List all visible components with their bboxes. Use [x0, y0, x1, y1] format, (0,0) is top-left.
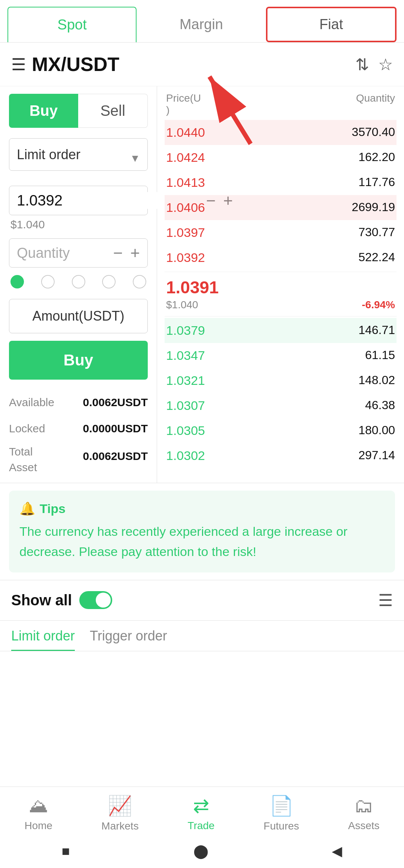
total-row: TotalAsset 0.0062USDT [9, 444, 148, 475]
qty-decrease-btn[interactable]: − [113, 245, 123, 261]
order-type-wrapper: Limit order [9, 138, 148, 178]
sell-price-4: 1.0397 [166, 225, 205, 240]
header: ☰ MX/USDT ⇅ ☆ [0, 43, 404, 86]
sell-order-1[interactable]: 1.0424 162.20 [165, 145, 397, 170]
mid-price-sub: $1.040 -6.94% [166, 299, 395, 311]
ob-qty-col: Quantity [356, 92, 395, 116]
price-hint: $1.040 [9, 218, 148, 231]
buy-qty-5: 297.14 [358, 448, 395, 463]
tab-margin[interactable]: Margin [137, 7, 266, 42]
sell-order-0[interactable]: 1.0440 3570.40 [165, 120, 397, 145]
buy-tab[interactable]: Buy [9, 94, 78, 128]
buy-qty-2: 148.02 [358, 373, 395, 388]
order-tabs: Limit order Trigger order [0, 621, 404, 651]
tips-text: The currency has recently experienced a … [19, 521, 385, 562]
sell-order-4[interactable]: 1.0397 730.77 [165, 220, 397, 245]
android-back-btn[interactable]: ◀ [332, 843, 342, 859]
buy-price-5: 1.0302 [166, 448, 205, 463]
available-label: Available [9, 390, 54, 415]
filter-icon[interactable]: ☰ [378, 591, 393, 610]
top-tabs: Spot Margin Fiat [0, 0, 404, 43]
mid-price-value: 1.0391 [166, 277, 395, 297]
show-all-section: Show all ☰ [0, 580, 404, 621]
quantity-placeholder: Quantity [17, 245, 113, 261]
pct-100[interactable] [133, 275, 146, 288]
buy-qty-0: 146.71 [358, 323, 395, 338]
percentage-dots [9, 275, 148, 288]
amount-usdt-btn[interactable]: Amount(USDT) [9, 299, 148, 333]
nav-assets[interactable]: 🗂 Assets [348, 794, 379, 832]
mid-price-section: 1.0391 $1.040 -6.94% [165, 272, 397, 316]
sell-qty-4: 730.77 [358, 225, 395, 240]
sell-price-3: 1.0406 [166, 200, 205, 215]
tips-title: 🔔 Tips [19, 501, 385, 516]
ob-price-col: Price(U) [166, 92, 201, 116]
tab-fiat[interactable]: Fiat [266, 7, 397, 42]
ob-header: Price(U) Quantity [165, 92, 397, 116]
balance-info: Available 0.0062USDT Locked 0.0000USDT T… [9, 390, 148, 475]
buy-price-4: 1.0305 [166, 423, 205, 438]
bell-icon: 🔔 [19, 501, 35, 516]
available-row: Available 0.0062USDT [9, 390, 148, 415]
nav-trade-label: Trade [188, 820, 215, 832]
sell-tab[interactable]: Sell [78, 94, 148, 128]
available-value: 0.0062USDT [83, 390, 148, 415]
nav-items: ⛰ Home 📈 Markets ⇄ Trade 📄 Futures 🗂 Ass… [0, 787, 404, 836]
tab-spot[interactable]: Spot [7, 7, 137, 42]
buy-submit-btn[interactable]: Buy [9, 341, 148, 380]
buy-order-2[interactable]: 1.0321 148.02 [165, 368, 397, 393]
sell-qty-0: 3570.40 [352, 125, 395, 140]
nav-futures-label: Futures [264, 820, 299, 832]
sell-qty-1: 162.20 [358, 150, 395, 165]
pct-50[interactable] [72, 275, 85, 288]
show-all-toggle[interactable] [79, 591, 112, 609]
buy-order-4[interactable]: 1.0305 180.00 [165, 418, 397, 443]
buy-order-1[interactable]: 1.0347 61.15 [165, 343, 397, 368]
left-panel: Buy Sell Limit order − + $1.040 Quant [0, 86, 157, 483]
pct-25[interactable] [41, 275, 55, 288]
futures-icon: 📄 [269, 794, 294, 817]
watchlist-icon[interactable]: ☆ [378, 55, 393, 74]
trading-pair[interactable]: MX/USDT [32, 53, 119, 75]
pct-75[interactable] [102, 275, 116, 288]
menu-icon[interactable]: ☰ [11, 55, 26, 74]
nav-trade[interactable]: ⇄ Trade [188, 794, 215, 832]
buy-sell-tabs: Buy Sell [9, 94, 148, 128]
total-label: TotalAsset [9, 444, 37, 475]
nav-home[interactable]: ⛰ Home [24, 794, 52, 832]
buy-qty-4: 180.00 [358, 423, 395, 438]
sell-price-5: 1.0392 [166, 250, 205, 265]
sell-qty-2: 117.76 [358, 175, 395, 190]
limit-order-tab[interactable]: Limit order [11, 628, 75, 651]
mid-price-usd: $1.040 [166, 299, 198, 311]
buy-qty-3: 46.38 [365, 398, 395, 413]
sell-order-5[interactable]: 1.0392 522.24 [165, 245, 397, 270]
locked-value: 0.0000USDT [83, 416, 148, 441]
buy-price-3: 1.0307 [166, 398, 205, 413]
show-all-left: Show all [11, 591, 112, 609]
main-content: Buy Sell Limit order − + $1.040 Quant [0, 86, 404, 483]
quantity-input-row: Quantity − + [9, 238, 148, 268]
trigger-order-tab[interactable]: Trigger order [90, 628, 167, 651]
qty-increase-btn[interactable]: + [130, 245, 140, 261]
nav-futures[interactable]: 📄 Futures [264, 794, 299, 832]
chart-icon[interactable]: ⇅ [355, 55, 369, 74]
buy-order-3[interactable]: 1.0307 46.38 [165, 393, 397, 418]
markets-icon: 📈 [108, 794, 132, 817]
buy-order-0[interactable]: 1.0379 146.71 [165, 318, 397, 343]
price-input-row: − + [9, 186, 148, 215]
locked-label: Locked [9, 416, 45, 441]
android-circle-btn[interactable]: ⬤ [193, 843, 208, 859]
buy-order-5[interactable]: 1.0302 297.14 [165, 443, 397, 468]
order-type-select[interactable]: Limit order [9, 138, 148, 171]
android-square-btn[interactable]: ■ [62, 843, 70, 859]
sell-order-2[interactable]: 1.0413 117.76 [165, 170, 397, 195]
pct-0[interactable] [10, 275, 24, 288]
buy-qty-1: 61.15 [365, 348, 395, 363]
trade-icon: ⇄ [193, 794, 209, 817]
mid-price-pct: -6.94% [362, 299, 395, 311]
header-icons: ⇅ ☆ [355, 55, 393, 74]
nav-markets[interactable]: 📈 Markets [101, 794, 139, 832]
android-nav: ■ ⬤ ◀ [0, 836, 404, 868]
sell-order-3[interactable]: 1.0406 2699.19 [165, 195, 397, 220]
